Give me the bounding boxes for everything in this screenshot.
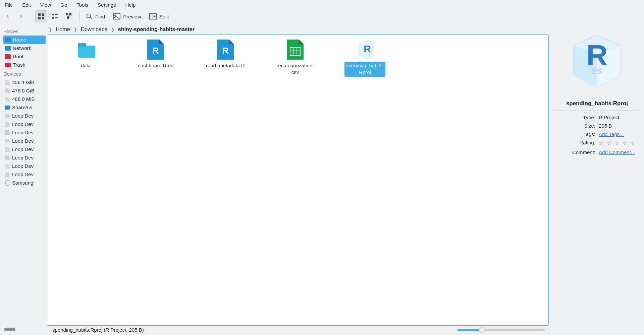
- network-folder-icon: [5, 46, 11, 51]
- sidebar-device-item[interactable]: Loop Dev: [3, 137, 46, 145]
- svg-rect-6: [52, 17, 54, 19]
- devices-header: Devices: [3, 69, 46, 78]
- file-label: dashboard.Rmd: [137, 62, 175, 70]
- folder-icon: [76, 40, 95, 59]
- sidebar-device-item[interactable]: Loop Dev: [3, 162, 46, 170]
- sidebar-device-item[interactable]: Loop Dev: [3, 153, 46, 162]
- svg-line-12: [69, 15, 70, 16]
- file-item[interactable]: data: [54, 40, 118, 70]
- sidebar-device-item[interactable]: Samsung: [3, 179, 46, 187]
- svg-rect-0: [38, 13, 41, 16]
- svg-rect-4: [52, 14, 54, 15]
- drive-icon: [5, 88, 10, 93]
- svg-rect-21: [5, 82, 10, 84]
- file-item[interactable]: Rread_metadata.R: [194, 40, 257, 70]
- menu-edit[interactable]: Edit: [22, 2, 31, 8]
- sidebar-device-item[interactable]: Loop Dev: [3, 128, 46, 137]
- sidebar-item-label: Loop Dev: [12, 155, 34, 160]
- home-folder-icon: [5, 38, 11, 42]
- file-item[interactable]: recategorization.csv: [263, 40, 327, 77]
- sidebar-item-label: Network: [13, 45, 31, 51]
- drive-icon: [5, 163, 10, 169]
- breadcrumb-item[interactable]: Home: [56, 26, 70, 32]
- info-type-label: Type:: [553, 115, 595, 120]
- sidebar-item-label: 488.0 MiB: [12, 96, 35, 102]
- svg-rect-38: [6, 155, 9, 157]
- sidebar-device-item[interactable]: Loop Dev: [3, 112, 46, 120]
- zoom-slider[interactable]: [458, 329, 545, 331]
- sidebar-device-item[interactable]: Loop Dev: [3, 145, 46, 153]
- split-button[interactable]: Split: [147, 11, 171, 22]
- menu-settings[interactable]: Settings: [98, 2, 116, 8]
- breadcrumb-current[interactable]: shiny-spending-habits-master: [118, 26, 195, 32]
- menu-file[interactable]: File: [5, 2, 13, 8]
- search-icon: [86, 13, 93, 20]
- breadcrumb-item[interactable]: Downloads: [81, 26, 107, 32]
- svg-rect-44: [78, 46, 95, 58]
- statusbar: spending_habits.Rproj (R Project, 205 B): [47, 326, 549, 334]
- svg-rect-28: [6, 114, 9, 116]
- status-text: spending_habits.Rproj (R Project, 205 B): [52, 327, 144, 333]
- svg-text:R: R: [591, 66, 603, 75]
- sidebar-item-label: 456.1 GiB: [12, 79, 35, 85]
- svg-rect-7: [55, 17, 58, 18]
- svg-marker-50: [229, 40, 234, 44]
- forward-button[interactable]: [17, 13, 25, 20]
- drive-icon: [5, 138, 10, 144]
- sidebar-item-label: 476.0 GiB: [12, 88, 35, 93]
- sidebar-device-item[interactable]: 476.0 GiB: [3, 86, 46, 95]
- main-area: ❯ Home ❯ Downloads ❯ shiny-spending-habi…: [47, 25, 550, 334]
- rating-stars[interactable]: ☆ ☆ ☆ ☆ ☆: [599, 140, 641, 147]
- chevron-right-icon: ❯: [48, 27, 52, 32]
- menu-tools[interactable]: Tools: [76, 2, 88, 8]
- menu-go[interactable]: Go: [60, 2, 67, 8]
- csv-icon: [286, 40, 305, 59]
- sidebar-item-network[interactable]: Network: [3, 44, 46, 52]
- view-icons-button[interactable]: [35, 10, 47, 22]
- sidebar-device-item[interactable]: Loop Dev: [3, 120, 46, 128]
- drive-icon: [5, 130, 10, 135]
- view-mode-group: [31, 10, 80, 22]
- svg-rect-8: [66, 13, 68, 15]
- svg-rect-26: [6, 97, 9, 99]
- svg-rect-39: [5, 166, 10, 168]
- info-rating-label: Rating:: [553, 140, 595, 147]
- view-details-button[interactable]: [63, 10, 75, 22]
- info-tags-label: Tags:: [553, 131, 595, 137]
- slider-thumb[interactable]: [479, 327, 485, 333]
- file-item[interactable]: Rspending_habits.Rproj: [333, 40, 397, 77]
- menu-view[interactable]: View: [40, 2, 51, 8]
- svg-rect-45: [78, 43, 86, 47]
- split-label: Split: [159, 14, 169, 19]
- view-compact-button[interactable]: [49, 10, 61, 22]
- sidebar-device-item[interactable]: Share/us: [3, 103, 46, 112]
- preview-button[interactable]: Preview: [111, 11, 143, 22]
- chevron-right-icon: ❯: [73, 27, 77, 32]
- sidebar-device-item[interactable]: Loop Dev: [3, 170, 46, 179]
- back-button[interactable]: [4, 13, 11, 20]
- svg-marker-53: [299, 40, 304, 44]
- sidebar-item-trash[interactable]: Trash: [3, 61, 46, 69]
- drive-icon: [5, 155, 10, 160]
- sidebar-item-label: Root: [13, 54, 23, 59]
- menu-help[interactable]: Help: [125, 2, 136, 8]
- sidebar-item-label: Loop Dev: [12, 113, 34, 119]
- file-item[interactable]: Rdashboard.Rmd: [124, 40, 187, 70]
- sidebar-item-label: Loop Dev: [12, 172, 34, 177]
- add-tags-link[interactable]: Add Tags...: [599, 131, 624, 137]
- information-panel: R R spending_habits.Rproj Type:R Project…: [550, 25, 644, 334]
- sidebar-item-root[interactable]: Root: [3, 52, 46, 61]
- sidebar-item-home[interactable]: Home: [3, 36, 46, 44]
- svg-rect-37: [5, 157, 10, 160]
- find-label: Find: [95, 14, 105, 19]
- sidebar-device-item[interactable]: 488.0 MiB: [3, 95, 46, 103]
- svg-rect-5: [55, 14, 58, 15]
- svg-rect-35: [5, 149, 10, 151]
- svg-marker-47: [159, 40, 164, 44]
- sidebar-device-item[interactable]: 456.1 GiB: [3, 78, 46, 86]
- add-comment-link[interactable]: Add Comment...: [599, 149, 635, 155]
- sidebar-item-label: Loop Dev: [12, 138, 34, 144]
- svg-text:R: R: [153, 46, 159, 56]
- file-view[interactable]: dataRdashboard.RmdRread_metadata.Rrecate…: [47, 35, 549, 326]
- find-button[interactable]: Find: [84, 11, 107, 22]
